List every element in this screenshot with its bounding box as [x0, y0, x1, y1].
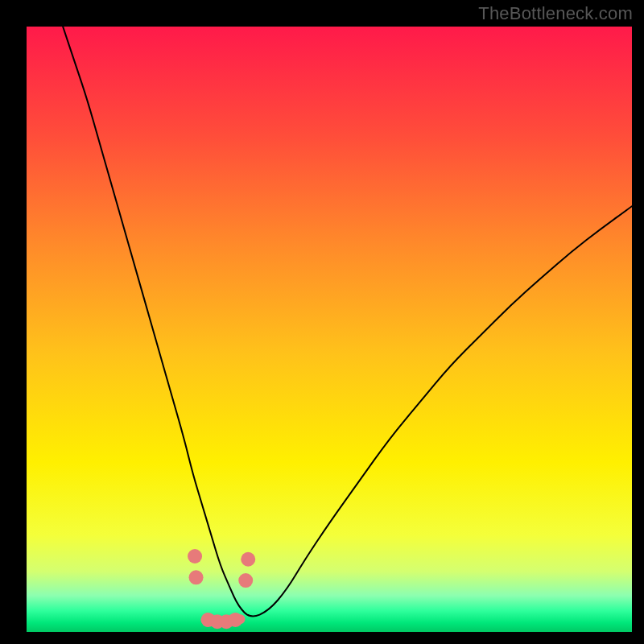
- svg-point-1: [189, 570, 204, 584]
- svg-point-6: [238, 573, 253, 588]
- svg-point-5: [228, 613, 242, 627]
- chart-background: [27, 27, 632, 632]
- svg-point-0: [188, 549, 202, 564]
- svg-point-7: [241, 552, 255, 567]
- watermark-text: TheBottleneck.com: [478, 3, 633, 24]
- chart-frame: TheBottleneck.com: [0, 0, 644, 644]
- plot-area: [27, 27, 632, 632]
- bottleneck-chart: [27, 27, 632, 632]
